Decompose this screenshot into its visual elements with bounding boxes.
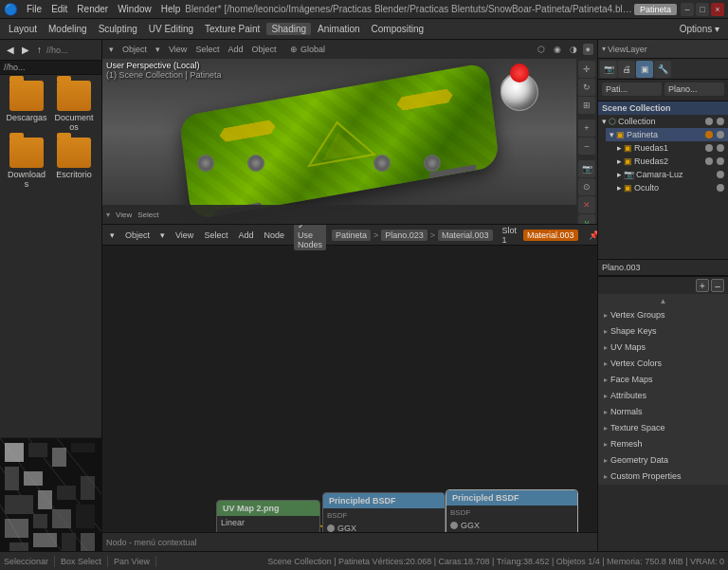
add-vertex-group-btn[interactable]: + (696, 279, 709, 292)
ne-object[interactable]: Object (121, 230, 154, 241)
vp-view-label[interactable]: View (116, 211, 132, 219)
toolbar-modeling[interactable]: Modeling (44, 23, 92, 35)
tool-move[interactable]: ✛ (578, 61, 595, 78)
menu-edit[interactable]: Edit (46, 3, 72, 15)
toolbar-compositing[interactable]: Compositing (367, 23, 429, 35)
minimize-button[interactable]: – (681, 3, 694, 16)
object-selector-btn[interactable]: Pati... (602, 83, 662, 96)
ne-add[interactable]: Add (234, 230, 257, 241)
sc-patineta-eye[interactable] (705, 131, 713, 138)
ne-slot[interactable]: Slot 1 (499, 225, 521, 246)
node-canvas[interactable]: UV Map 2.png Linear Flat Repeat Single I… (102, 246, 597, 551)
nav-forward[interactable]: ▶ (19, 44, 32, 56)
sc-patineta-camera[interactable] (717, 131, 724, 138)
sc-camara-luz[interactable]: ▸ 📷 Camara-Luz (613, 168, 728, 181)
ne-pin[interactable]: 📌 (585, 230, 597, 241)
tool-scale[interactable]: ⊞ (578, 97, 595, 114)
toolbar-layout[interactable]: Layout (4, 23, 42, 35)
bsdf1-ggx-socket[interactable] (327, 524, 335, 532)
material-selector-btn[interactable]: Plano... (664, 83, 724, 96)
sc-camara-eye[interactable] (717, 171, 724, 178)
tool-y[interactable]: y (578, 214, 595, 225)
geometry-data-header[interactable]: ▸ Geometry Data (598, 452, 728, 468)
menu-window[interactable]: Window (113, 3, 156, 15)
normals-header[interactable]: ▸ Normals (598, 404, 728, 419)
viewport-view[interactable]: View (166, 44, 190, 55)
sc-ruedas2-eye[interactable] (705, 157, 713, 165)
menu-render[interactable]: Render (72, 3, 113, 15)
tool-cursor[interactable]: ⊙ (578, 178, 595, 195)
sc-collection-eye[interactable] (705, 118, 713, 125)
shape-keys-header[interactable]: ▸ Shape Keys (598, 323, 728, 339)
viewport-object-mode[interactable]: Object (119, 44, 150, 55)
vp-select-label[interactable]: Select (137, 211, 158, 219)
material-preview[interactable]: ◑ (567, 44, 580, 55)
tool-zoom-in[interactable]: + (578, 120, 595, 137)
nav-up[interactable]: ↑ (34, 44, 45, 56)
scroll-up-indicator[interactable]: ▲ (598, 294, 728, 307)
sc-ruedas2-camera[interactable] (717, 157, 724, 165)
custom-props-header[interactable]: ▸ Custom Properties (598, 469, 728, 484)
maximize-button[interactable]: □ (696, 3, 709, 16)
sc-patineta[interactable]: ▾ ▣ Patineta (606, 128, 728, 141)
uv-maps-header[interactable]: ▸ UV Maps (598, 340, 728, 355)
ne-node[interactable]: Node (260, 230, 288, 241)
attributes-header[interactable]: ▸ Attributes (598, 388, 728, 403)
toolbar-animation[interactable]: Animation (313, 23, 364, 35)
viewport-menu-toggle[interactable]: ▾ (106, 44, 117, 55)
file-item-escritorio[interactable]: Escritorio (53, 138, 95, 189)
texture-space-header[interactable]: ▸ Texture Space (598, 420, 728, 435)
sc-oculto[interactable]: ▸ ▣ Oculto (613, 181, 728, 194)
viewport-object[interactable]: Object (248, 44, 279, 55)
viewport-scene[interactable] (102, 59, 576, 205)
viewport-add[interactable]: Add (225, 44, 246, 55)
bsdf2-ggx-socket[interactable] (450, 522, 458, 529)
render-props-icon[interactable]: 📷 (600, 61, 617, 78)
tool-zoom-out[interactable]: – (578, 138, 595, 155)
file-item-descargas[interactable]: Descargas (6, 81, 47, 132)
sc-collection[interactable]: ▾ ⬡ Collection (598, 115, 728, 128)
ne-select[interactable]: Select (200, 230, 231, 241)
active-tab[interactable]: Patineta (634, 4, 677, 15)
vertex-colors-header[interactable]: ▸ Vertex Colors (598, 356, 728, 371)
sc-ruedas1-eye[interactable] (705, 144, 713, 152)
sc-ruedas2[interactable]: ▸ ▣ Ruedas2 (613, 155, 728, 168)
menu-help[interactable]: Help (156, 3, 186, 15)
toolbar-uv-editing[interactable]: UV Editing (144, 23, 198, 35)
sc-ruedas1[interactable]: ▸ ▣ Ruedas1 (613, 141, 728, 155)
ne-dropdown[interactable]: ▾ (156, 230, 169, 241)
sc-oculto-eye[interactable] (717, 184, 724, 192)
render-preview[interactable]: ● (583, 44, 593, 55)
solid-mode[interactable]: ◉ (551, 44, 564, 55)
modifier-props-icon[interactable]: 🔧 (654, 61, 671, 78)
remesh-header[interactable]: ▸ Remesh (598, 436, 728, 451)
options-button[interactable]: Options ▾ (675, 23, 724, 35)
toolbar-sculpting[interactable]: Sculpting (94, 23, 142, 35)
file-item-downloads[interactable]: Downloads (6, 138, 47, 189)
vertex-groups-header[interactable]: ▸ Vertex Groups (598, 307, 728, 322)
object-props-icon[interactable]: ▣ (636, 61, 653, 78)
nav-back[interactable]: ◀ (4, 44, 17, 56)
viewport-mode-dropdown[interactable]: ▾ (153, 44, 163, 55)
tool-x[interactable]: ✕ (578, 196, 595, 213)
ne-breadcrumb-material[interactable]: Material.003 (438, 230, 493, 241)
ne-view[interactable]: View (172, 230, 197, 241)
toolbar-shading[interactable]: Shading (266, 23, 311, 35)
ne-breadcrumb-patineta[interactable]: Patineta (332, 230, 371, 241)
sc-ruedas1-camera[interactable] (717, 144, 724, 152)
3d-viewport[interactable]: ▾ Object ▾ View Select Add Object ⊕ Glob… (102, 40, 597, 225)
menu-file[interactable]: File (22, 3, 46, 15)
ne-menu-toggle[interactable]: ▾ (106, 230, 118, 241)
ne-breadcrumb-plano[interactable]: Plano.023 (381, 230, 428, 241)
toolbar-texture-paint[interactable]: Texture Paint (200, 23, 264, 35)
ne-material[interactable]: Material.003 (523, 230, 578, 241)
transform-global[interactable]: ⊕ Global (287, 44, 328, 55)
sc-collection-camera[interactable] (717, 118, 724, 125)
file-item-documentos[interactable]: Documentos (53, 81, 95, 132)
face-maps-header[interactable]: ▸ Face Maps (598, 372, 728, 387)
remove-vertex-group-btn[interactable]: – (711, 279, 724, 292)
wire-mode[interactable]: ⬡ (535, 44, 548, 55)
vp-selector[interactable]: ▾ (106, 211, 110, 219)
viewport-select[interactable]: Select (192, 44, 222, 55)
output-props-icon[interactable]: 🖨 (618, 61, 635, 78)
